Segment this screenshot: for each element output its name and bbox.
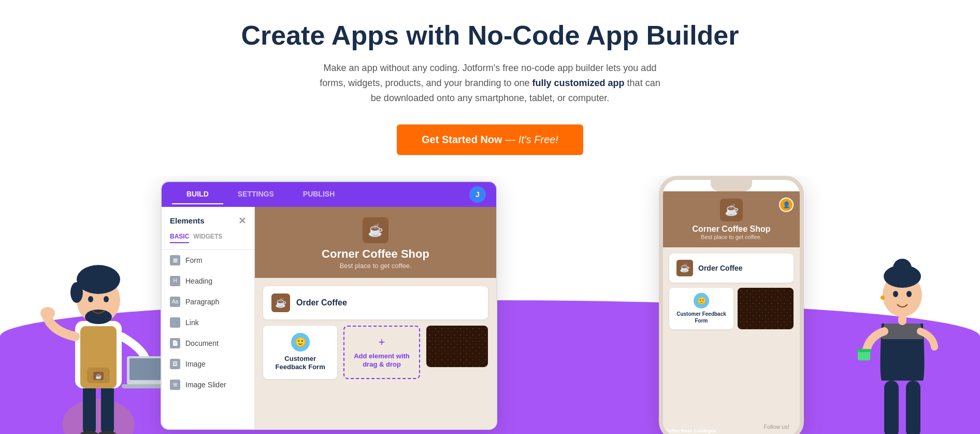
order-coffee-label: Order Coffee: [296, 298, 347, 307]
order-coffee-icon: ☕: [271, 293, 290, 312]
svg-rect-2: [101, 383, 114, 434]
sidebar-header: Elements ✕: [162, 215, 254, 233]
tab-basic[interactable]: BASIC: [170, 233, 189, 243]
svg-rect-1: [83, 383, 96, 434]
svg-point-12: [70, 282, 83, 303]
phone-user-avatar: 👤: [779, 198, 794, 212]
phone-beans-texture: [738, 288, 794, 329]
canvas-app-icon: ☕: [363, 217, 388, 243]
sidebar-tabs: BASIC WIDGETS: [162, 233, 254, 250]
phone-app-subtitle: Best place to get coffee.: [671, 234, 791, 240]
svg-point-15: [104, 296, 109, 302]
barista-figure: ☕: [31, 228, 166, 434]
image-icon: 🖼: [170, 359, 180, 369]
svg-rect-20: [884, 381, 899, 434]
sidebar-item-image[interactable]: 🖼 Image: [162, 354, 254, 374]
phone-mockup: 👤 ☕ Corner Coffee Shop Best place to get…: [659, 176, 804, 434]
sidebar-item-link[interactable]: 🔗 Link: [162, 312, 254, 333]
canvas-add-element-card[interactable]: + Add element with drag & drop: [343, 326, 420, 380]
coffee-beans-texture: [426, 326, 488, 367]
paragraph-icon: Aa: [170, 297, 180, 307]
cta-main-label: Get Started Now: [422, 134, 502, 145]
sidebar-item-paragraph[interactable]: Aa Paragraph: [162, 291, 254, 312]
tab-settings[interactable]: SETTINGS: [223, 185, 289, 204]
get-started-button[interactable]: Get Started Now — It's Free!: [397, 124, 583, 155]
phone-notch: [711, 180, 752, 191]
bottom-scene: ☕ BUILD S: [0, 176, 980, 434]
canvas-elements: ☕ Order Coffee 🙂 Customer Feedback Form …: [255, 278, 496, 388]
tab-publish[interactable]: PUBLISH: [289, 185, 349, 204]
sidebar-image-label: Image: [185, 360, 206, 368]
close-icon[interactable]: ✕: [238, 215, 246, 227]
svg-point-0: [62, 399, 135, 434]
sidebar-slider-label: Image Slider: [185, 381, 226, 389]
hero-title: Create Apps with No-Code App Builder: [10, 21, 970, 50]
svg-point-16: [40, 307, 55, 319]
phone-feedback-label: Customer Feedback Form: [673, 311, 729, 324]
elements-label: Elements: [170, 216, 205, 225]
phone-app-header: 👤 ☕ Corner Coffee Shop Best place to get…: [663, 191, 800, 247]
woman-figure: [851, 228, 954, 434]
image-slider-icon: ⊞: [170, 380, 180, 390]
phone-coffee-img: Coffee Bean Catalogue: [738, 288, 794, 329]
tab-widgets[interactable]: WIDGETS: [193, 233, 222, 243]
sidebar-document-label: Document: [185, 339, 219, 347]
sidebar-heading-label: Heading: [185, 277, 212, 285]
canvas-coffee-img: [426, 326, 488, 367]
add-element-label: Add element with drag & drop: [351, 352, 412, 370]
feedback-label: Customer Feedback Form: [269, 355, 331, 372]
add-icon: +: [379, 335, 385, 349]
phone-app-icon: ☕: [720, 199, 743, 221]
svg-point-13: [85, 310, 112, 324]
document-icon: 📄: [170, 338, 180, 348]
svg-point-30: [906, 291, 912, 297]
phone-follow-label: Follow us!: [763, 424, 789, 430]
tab-build[interactable]: BUILD: [172, 185, 223, 204]
link-icon: 🔗: [170, 317, 180, 328]
svg-text:☕: ☕: [95, 373, 102, 380]
elements-sidebar: Elements ✕ BASIC WIDGETS ▦ Form H Headin…: [162, 207, 255, 429]
svg-rect-25: [857, 349, 871, 352]
canvas-app-subtitle: Best place to get coffee.: [263, 262, 488, 270]
mockup-body: Elements ✕ BASIC WIDGETS ▦ Form H Headin…: [162, 207, 496, 429]
canvas-bottom-row: 🙂 Customer Feedback Form + Add element w…: [263, 326, 488, 380]
svg-point-29: [893, 291, 898, 297]
sidebar-link-label: Link: [185, 318, 199, 327]
phone-feedback-card[interactable]: 🙂 Customer Feedback Form: [669, 288, 733, 329]
heading-icon: H: [170, 276, 180, 286]
cta-free-label: — It's Free!: [505, 134, 558, 145]
svg-point-31: [881, 296, 885, 300]
sidebar-paragraph-label: Paragraph: [185, 298, 219, 306]
sidebar-item-heading[interactable]: H Heading: [162, 271, 254, 291]
user-avatar: J: [469, 186, 486, 203]
phone-feedback-icon: 🙂: [694, 293, 709, 309]
canvas-app-title: Corner Coffee Shop: [263, 247, 488, 261]
svg-rect-32: [898, 315, 906, 325]
app-canvas: ☕ Corner Coffee Shop Best place to get c…: [255, 207, 496, 429]
sidebar-item-image-slider[interactable]: ⊞ Image Slider: [162, 374, 254, 395]
app-builder-mockup: BUILD SETTINGS PUBLISH J Elements ✕ BASI…: [161, 181, 497, 430]
phone-small-row: 🙂 Customer Feedback Form Coffee Bean Cat…: [669, 288, 794, 329]
sidebar-item-document[interactable]: 📄 Document: [162, 333, 254, 354]
hero-section: Create Apps with No-Code App Builder Mak…: [0, 0, 980, 176]
svg-rect-21: [906, 381, 920, 434]
phone-order-icon: ☕: [676, 260, 693, 276]
hero-subtitle: Make an app without any coding. Jotform'…: [314, 61, 666, 105]
sidebar-item-form[interactable]: ▦ Form: [162, 250, 254, 271]
canvas-feedback-card[interactable]: 🙂 Customer Feedback Form: [263, 326, 337, 380]
phone-app-title: Corner Coffee Shop: [671, 225, 791, 234]
phone-order-label: Order Coffee: [698, 264, 743, 272]
phone-order-card[interactable]: ☕ Order Coffee: [669, 254, 794, 283]
canvas-app-header: ☕ Corner Coffee Shop Best place to get c…: [255, 207, 496, 278]
svg-point-11: [77, 265, 120, 294]
form-icon: ▦: [170, 255, 180, 265]
feedback-icon: 🙂: [291, 333, 310, 352]
subtitle-bold: fully customized app: [532, 78, 625, 88]
svg-point-14: [88, 296, 93, 302]
canvas-order-coffee-card[interactable]: ☕ Order Coffee: [263, 286, 488, 319]
svg-rect-19: [122, 384, 166, 388]
svg-point-28: [893, 259, 912, 277]
sidebar-form-label: Form: [185, 256, 203, 264]
phone-body: ☕ Order Coffee 🙂 Customer Feedback Form …: [663, 247, 800, 434]
mockup-topbar: BUILD SETTINGS PUBLISH J: [162, 182, 496, 207]
